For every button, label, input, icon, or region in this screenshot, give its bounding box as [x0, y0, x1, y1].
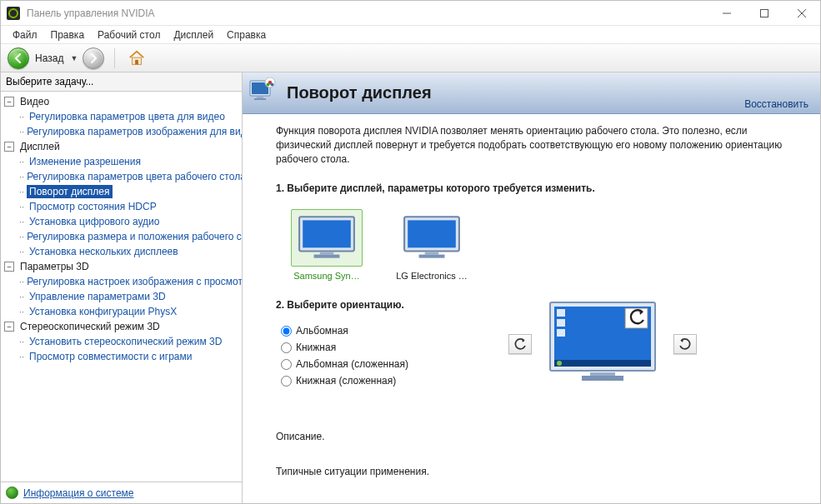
svg-rect-3 — [760, 9, 768, 17]
tree-branch-icon: ·· — [19, 307, 27, 317]
orientation-option[interactable]: Книжная (сложенная) — [281, 372, 408, 389]
sidebar-footer: Информация о системе — [1, 482, 242, 503]
titlebar: Панель управления NVIDIA — [1, 1, 820, 26]
svg-rect-7 — [135, 59, 138, 64]
tree-group-label[interactable]: Дисплей — [18, 140, 63, 153]
menu-display[interactable]: Дисплей — [167, 27, 220, 42]
tree-task-link[interactable]: Регулировка настроек изображения с просм… — [24, 275, 242, 288]
rotate-ccw-button[interactable] — [508, 334, 532, 354]
tree-task-link[interactable]: Изменение разрешения — [27, 155, 143, 168]
orientation-radio[interactable] — [281, 326, 292, 337]
tree-collapse-toggle[interactable]: − — [4, 97, 14, 107]
tree-task-link[interactable]: Просмотр состояния HDCP — [27, 200, 159, 213]
orientation-radio[interactable] — [281, 342, 292, 353]
back-button[interactable] — [8, 47, 29, 69]
system-info-link[interactable]: Информация о системе — [23, 487, 133, 499]
back-label: Назад — [35, 52, 63, 64]
display-option[interactable]: Samsung Syn… — [291, 209, 363, 281]
home-button[interactable] — [125, 47, 148, 70]
tree-branch-icon: ·· — [19, 157, 27, 167]
tree-branch-icon: ·· — [19, 112, 27, 122]
svg-point-15 — [271, 82, 274, 86]
back-history-dropdown[interactable]: ▼ — [67, 54, 81, 62]
sidebar: Выберите задачу... −Видео··Регулировка п… — [1, 72, 243, 503]
desktop-preview — [548, 301, 657, 388]
svg-rect-17 — [303, 221, 351, 248]
tree-task-link[interactable]: Установить стереоскопический режим 3D — [27, 335, 224, 348]
forward-button[interactable] — [83, 47, 104, 69]
toolbar: Назад ▼ — [1, 44, 820, 72]
tree-branch-icon: ·· — [19, 352, 27, 362]
display-option[interactable]: LG Electronics … — [396, 209, 468, 281]
svg-rect-32 — [590, 372, 615, 376]
tree-branch-icon: ·· — [19, 247, 27, 257]
svg-rect-22 — [425, 252, 438, 255]
orientation-radio[interactable] — [281, 359, 292, 370]
tree-group-label[interactable]: Параметры 3D — [18, 260, 92, 273]
display-label: LG Electronics … — [396, 271, 468, 281]
menu-help[interactable]: Справка — [220, 27, 273, 42]
svg-rect-29 — [557, 319, 565, 327]
rotate-display-header-icon — [249, 77, 279, 109]
close-button[interactable] — [783, 1, 820, 25]
svg-rect-26 — [554, 360, 651, 367]
menubar: Файл Правка Рабочий стол Дисплей Справка — [1, 26, 820, 44]
main-header: Поворот дисплея Восстановить — [243, 72, 820, 114]
svg-rect-33 — [582, 376, 623, 381]
orientation-label: Книжная (сложенная) — [296, 375, 396, 387]
nvidia-app-icon — [7, 7, 20, 20]
tree-task-link[interactable]: Регулировка размера и положения рабочего… — [24, 230, 242, 243]
tree-branch-icon: ·· — [19, 202, 27, 212]
page-title: Поворот дисплея — [287, 83, 812, 102]
svg-rect-21 — [408, 221, 456, 248]
svg-rect-28 — [557, 309, 565, 317]
tree-task-link[interactable]: Регулировка параметров цвета рабочего ст… — [24, 170, 242, 183]
sidebar-header: Выберите задачу... — [1, 72, 242, 92]
display-selector: Samsung Syn… LG Electronics … — [276, 206, 797, 281]
window-title: Панель управления NVIDIA — [26, 7, 708, 19]
orientation-option[interactable]: Альбомная (сложенная) — [281, 356, 408, 372]
rotate-cw-button[interactable] — [673, 334, 697, 354]
tree-task-link[interactable]: Просмотр совместимости с играми — [27, 350, 194, 363]
description-heading: Описание. — [276, 431, 797, 442]
display-label: Samsung Syn… — [293, 271, 359, 281]
toolbar-divider — [114, 48, 115, 68]
orientation-label: Книжная — [296, 342, 336, 353]
task-tree[interactable]: −Видео··Регулировка параметров цвета для… — [1, 92, 242, 482]
tree-collapse-toggle[interactable]: − — [4, 142, 14, 152]
orientation-radio[interactable] — [281, 376, 292, 387]
nvidia-eye-icon — [6, 487, 18, 499]
tree-task-link[interactable]: Регулировка параметров изображения для в… — [24, 125, 242, 138]
svg-rect-11 — [254, 98, 266, 100]
menu-edit[interactable]: Правка — [44, 27, 92, 42]
menu-file[interactable]: Файл — [6, 27, 44, 42]
svg-point-27 — [557, 361, 562, 366]
typical-use-heading: Типичные ситуации применения. — [276, 466, 797, 477]
orientation-label: Альбомная (сложенная) — [296, 358, 408, 370]
tree-collapse-toggle[interactable]: − — [4, 262, 14, 272]
menu-desktop[interactable]: Рабочий стол — [91, 27, 167, 42]
tree-task-link[interactable]: Установка цифрового аудио — [27, 215, 162, 228]
svg-rect-10 — [257, 97, 263, 98]
maximize-button[interactable] — [745, 1, 783, 25]
orientation-label: Альбомная — [296, 325, 348, 337]
orientation-option[interactable]: Книжная — [281, 339, 408, 356]
tree-task-link[interactable]: Установка конфигурации PhysX — [27, 305, 179, 318]
section-2-title: 2. Выберите ориентацию. — [276, 299, 408, 311]
tree-task-link[interactable]: Поворот дисплея — [27, 185, 113, 198]
tree-branch-icon: ·· — [19, 217, 27, 227]
orientation-option[interactable]: Альбомная — [281, 322, 408, 339]
tree-collapse-toggle[interactable]: − — [4, 322, 14, 332]
restore-defaults-link[interactable]: Восстановить — [744, 98, 808, 110]
main-panel: Поворот дисплея Восстановить Функция пов… — [243, 72, 820, 503]
svg-rect-31 — [625, 308, 648, 328]
window-controls — [708, 1, 820, 25]
tree-group-label[interactable]: Видео — [18, 95, 52, 108]
tree-task-link[interactable]: Установка нескольких дисплеев — [27, 245, 181, 258]
svg-rect-18 — [320, 252, 333, 255]
tree-group-label[interactable]: Стереоскопический режим 3D — [18, 320, 163, 333]
minimize-button[interactable] — [708, 1, 745, 25]
tree-task-link[interactable]: Регулировка параметров цвета для видео — [27, 110, 228, 123]
tree-branch-icon: ·· — [19, 292, 27, 302]
tree-task-link[interactable]: Управление параметрами 3D — [27, 290, 168, 303]
